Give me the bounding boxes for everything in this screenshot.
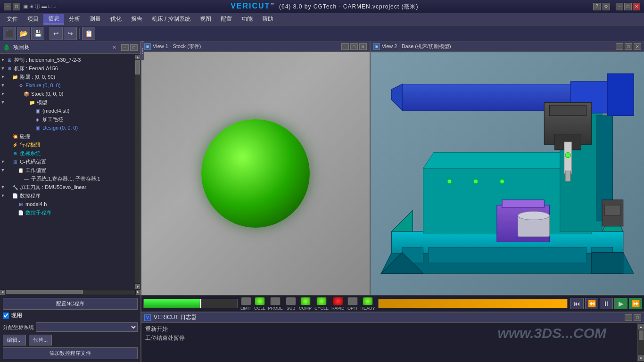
- view2-canvas[interactable]: [371, 52, 644, 295]
- tree-node-nc[interactable]: ▼ 📄 数控程序: [0, 191, 135, 200]
- menu-project[interactable]: 项目: [23, 14, 43, 24]
- view1-minimize[interactable]: –: [341, 43, 349, 50]
- log-expand[interactable]: □: [634, 314, 641, 321]
- menu-machine[interactable]: 机床 / 控制系统: [147, 14, 195, 24]
- tree-node-tools[interactable]: ▼ 🔧 加工刀具 : DMU50evo_linear: [0, 183, 135, 191]
- tree-hscrollbar[interactable]: ◄ ►: [0, 289, 140, 295]
- tree-node-work-offset[interactable]: ▼ 📋 工作偏置: [0, 166, 135, 174]
- grip-dot-3: [142, 53, 143, 54]
- view1-close[interactable]: ✕: [359, 43, 367, 50]
- tree-node-control[interactable]: ▼ ⊞ 控制 : heidenhain_530_7-2-3: [0, 56, 135, 64]
- help-icon[interactable]: ?: [593, 3, 601, 10]
- log-minimize[interactable]: –: [625, 314, 632, 321]
- tb-open[interactable]: 📂: [17, 27, 30, 40]
- title-maximize[interactable]: □: [13, 3, 20, 10]
- svg-rect-21: [502, 200, 544, 208]
- tree-node-nc-file[interactable]: ⊞ model4.h: [0, 200, 135, 208]
- window-close[interactable]: ✕: [633, 3, 640, 10]
- tree-node-travel[interactable]: ⚡ 行程极限: [0, 140, 135, 149]
- view2-close[interactable]: ✕: [634, 43, 641, 50]
- tb-clipboard[interactable]: 📋: [82, 27, 95, 40]
- scrollbar-down[interactable]: ▼: [135, 284, 140, 289]
- tree-node-machine[interactable]: ▼ ⚙ 机床 : Ferrari-A156: [0, 64, 135, 73]
- tb-save[interactable]: 💾: [31, 27, 44, 40]
- play-to-start[interactable]: ⏮: [570, 298, 584, 309]
- menu-help[interactable]: 帮助: [257, 14, 278, 24]
- play-back[interactable]: ⏪: [585, 298, 598, 309]
- settings-icon[interactable]: ⚙: [603, 3, 610, 10]
- tree-node-fixture[interactable]: ▼ ⚙ Fixture (0, 0, 0): [0, 81, 135, 90]
- tree-node-model-stl[interactable]: ▣ (model4.stl): [0, 107, 135, 115]
- tree-node-subprog[interactable]: 📄 数控子程序: [0, 208, 135, 217]
- scrollbar-track: [135, 60, 140, 283]
- tree-node-model-folder[interactable]: ▼ 📁 模型: [0, 98, 135, 107]
- subprog-icon: 📄: [17, 209, 25, 216]
- window-restore[interactable]: □: [624, 3, 632, 10]
- hscroll-left[interactable]: ◄: [0, 290, 5, 295]
- rapid-label: RAPID: [331, 306, 345, 311]
- view1-restore[interactable]: □: [350, 43, 358, 50]
- log-scroll-down[interactable]: ▼: [638, 355, 644, 361]
- tree-node-stock[interactable]: ▼ 📦 Stock (0, 0, 0): [0, 90, 135, 98]
- menu-file[interactable]: 文件: [2, 14, 23, 24]
- coord-assign-select[interactable]: [36, 322, 138, 332]
- tree-node-coord[interactable]: ⊕ 坐标系统: [0, 149, 135, 157]
- log-scrollbar[interactable]: ▲ ▼: [637, 323, 644, 362]
- menu-optimize[interactable]: 优化: [106, 14, 126, 24]
- menu-measure[interactable]: 测量: [85, 14, 106, 24]
- blank-icon: ◈: [34, 115, 41, 123]
- log-body: 重新开始 工位结束处暂停 ▲ ▼: [141, 323, 644, 362]
- tree-node-gcode[interactable]: ▼ ⊞ G-代码偏置: [0, 157, 135, 166]
- svg-rect-28: [428, 247, 586, 263]
- replace-button[interactable]: 代替...: [29, 335, 52, 346]
- machine-icon: ⚙: [6, 65, 13, 72]
- hscroll-right[interactable]: ►: [136, 290, 140, 295]
- view1-canvas[interactable]: [141, 52, 370, 295]
- coll-label: COLL: [254, 306, 265, 311]
- menu-analysis[interactable]: 分析: [64, 14, 85, 24]
- titlebar-version: (64) 8.0 by CGTech - CARMEN.vcproject (毫…: [279, 3, 418, 10]
- tree-node-collision[interactable]: 💥 碰撞: [0, 132, 135, 140]
- play-fast-forward[interactable]: ⏩: [629, 298, 642, 309]
- add-nc-button[interactable]: 添加数控程序文件: [3, 347, 138, 359]
- hscroll-thumb[interactable]: [6, 290, 83, 294]
- scrollbar-up[interactable]: ▲: [135, 55, 140, 59]
- tree-collapse[interactable]: –: [121, 44, 129, 51]
- tree-node-design[interactable]: ▣ Design (0, 0, 0): [0, 123, 135, 132]
- play-forward[interactable]: ▶: [614, 298, 627, 309]
- limit-label: LIMIT: [240, 306, 251, 311]
- tree-icon[interactable]: 🌲: [3, 44, 10, 51]
- view2-restore[interactable]: □: [625, 43, 632, 50]
- tree-node-subsystem[interactable]: — 子系统:1,寄存器:1, 子寄存器:1: [0, 174, 135, 183]
- menu-function[interactable]: 功能: [237, 14, 257, 24]
- tree-node-attach[interactable]: ▼ 📁 附属 : (0, 0, 90): [0, 73, 135, 81]
- tree-expand[interactable]: □: [130, 44, 138, 51]
- view2-minimize[interactable]: –: [616, 43, 623, 50]
- menu-view[interactable]: 视图: [195, 14, 216, 24]
- window-minimize[interactable]: –: [616, 3, 623, 10]
- tb-undo[interactable]: ↩: [50, 27, 63, 40]
- current-checkbox[interactable]: [3, 313, 9, 319]
- status-coll: COLL: [254, 297, 265, 311]
- menu-info[interactable]: 信息: [43, 14, 64, 25]
- rapid-light: [333, 297, 343, 305]
- log-title: VERICUT 日志器: [154, 313, 197, 321]
- log-scroll-up[interactable]: ▲: [638, 324, 644, 329]
- edit-button[interactable]: 编辑...: [3, 335, 26, 346]
- title-minimize[interactable]: –: [4, 3, 11, 10]
- panel-resizer[interactable]: [140, 41, 144, 60]
- scrollbar-thumb[interactable]: [135, 60, 140, 74]
- tree-node-blank[interactable]: ◈ 加工毛坯: [0, 115, 135, 123]
- log-scroll-thumb[interactable]: [639, 330, 644, 340]
- nc-config-button[interactable]: 配置NC程序: [3, 298, 138, 310]
- comp-label: COMP: [299, 306, 312, 311]
- tree-scrollbar[interactable]: ▲ ▼: [135, 54, 140, 289]
- cycle-label: CYCLE: [314, 306, 329, 311]
- play-pause[interactable]: ⏸: [600, 298, 613, 309]
- menu-report[interactable]: 报告: [126, 14, 147, 24]
- titlebar-left: – □ ▣ ⊞ ⓘ ▬ □ □: [4, 3, 56, 10]
- tb-redo[interactable]: ↪: [64, 27, 77, 40]
- tree-close[interactable]: ✕: [112, 44, 116, 50]
- tb-new[interactable]: ⬛: [3, 27, 16, 40]
- menu-config[interactable]: 配置: [216, 14, 237, 24]
